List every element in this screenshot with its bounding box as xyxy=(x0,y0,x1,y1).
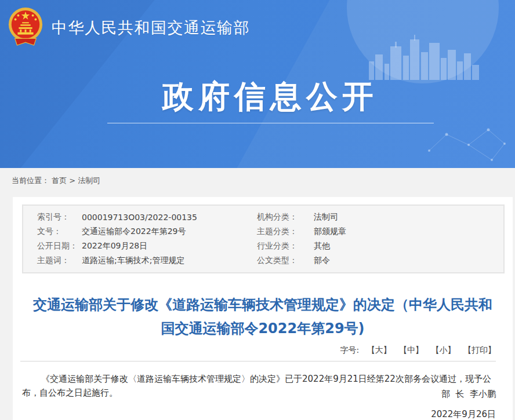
breadcrumb: 当前位置： 首页 > 法制司 xyxy=(12,176,100,186)
meta-value: 交通运输部令2022年第29号 xyxy=(82,227,257,237)
meta-value: 2022年09月28日 xyxy=(82,241,257,251)
article-title-line1: 交通运输部关于修改《道路运输车辆技术管理规定》的决定（中华人民共和 xyxy=(13,293,513,317)
header-banner: 中华人民共和国交通运输部 政府信息公开 xyxy=(0,0,515,168)
document-meta-table: 索引号： 000019713O03/2022-00135 机构分类： 法制司 文… xyxy=(22,204,505,273)
meta-label: 主题分类： xyxy=(257,227,314,237)
font-size-controls: 字号: 【大】 【中】 【小】 【打印】 xyxy=(340,345,496,356)
content-card: 索引号： 000019713O03/2022-00135 机构分类： 法制司 文… xyxy=(13,197,513,420)
font-large-button[interactable]: 【大】 xyxy=(367,345,391,355)
meta-value: 其他 xyxy=(314,241,503,251)
meta-label: 公文类型： xyxy=(257,255,314,266)
city-skyline-icon xyxy=(369,35,483,80)
table-row: 公开日期： 2022年09月28日 行业分类： 其他 xyxy=(23,241,503,251)
constellation-decoration xyxy=(423,122,510,167)
font-medium-button[interactable]: 【中】 xyxy=(399,345,423,355)
article-body: 《交通运输部关于修改〈道路运输车辆技术管理规定〉的决定》已于2022年9月21日… xyxy=(22,372,495,400)
font-small-button[interactable]: 【小】 xyxy=(431,345,456,355)
font-size-label: 字号: xyxy=(340,345,359,355)
meta-label: 索引号： xyxy=(23,212,82,222)
publish-date: 2022年9月26日 xyxy=(431,409,496,420)
article-title-line2: 国交通运输部令2022年第29号) xyxy=(13,317,513,341)
title-underline xyxy=(107,123,434,123)
content-divider xyxy=(20,361,496,361)
article-title: 交通运输部关于修改《道路运输车辆技术管理规定》的决定（中华人民共和 国交通运输部… xyxy=(13,293,513,341)
meta-value: 部令 xyxy=(314,255,503,266)
minister-signature: 部 长 李小鹏 xyxy=(441,389,496,400)
national-emblem-icon xyxy=(8,6,43,49)
meta-label: 公开日期： xyxy=(23,241,82,251)
meta-value: 法制司 xyxy=(314,212,503,222)
meta-label: 行业分类： xyxy=(257,241,314,251)
breadcrumb-separator: > xyxy=(69,176,75,185)
breadcrumb-label: 当前位置： xyxy=(12,176,49,185)
print-button[interactable]: 【打印】 xyxy=(463,345,496,355)
page-title: 政府信息公开 xyxy=(26,80,515,114)
breadcrumb-current[interactable]: 法制司 xyxy=(78,176,100,185)
table-row: 主题词： 道路运输;车辆技术;管理规定 公文类型： 部令 xyxy=(23,255,503,266)
breadcrumb-home-link[interactable]: 首页 xyxy=(52,176,67,185)
meta-value: 部颁规章 xyxy=(314,227,503,237)
table-row: 索引号： 000019713O03/2022-00135 机构分类： 法制司 xyxy=(23,212,503,222)
table-row: 文号： 交通运输部令2022年第29号 主题分类： 部颁规章 xyxy=(23,227,503,237)
banner-hero: 政府信息公开 xyxy=(0,80,515,123)
meta-value: 000019713O03/2022-00135 xyxy=(82,213,257,222)
meta-label: 文号： xyxy=(23,227,82,237)
site-name: 中华人民共和国交通运输部 xyxy=(52,17,250,38)
meta-label: 主题词： xyxy=(23,255,82,266)
meta-label: 机构分类： xyxy=(257,212,314,222)
meta-value: 道路运输;车辆技术;管理规定 xyxy=(82,255,257,266)
site-brand[interactable]: 中华人民共和国交通运输部 xyxy=(8,6,250,49)
